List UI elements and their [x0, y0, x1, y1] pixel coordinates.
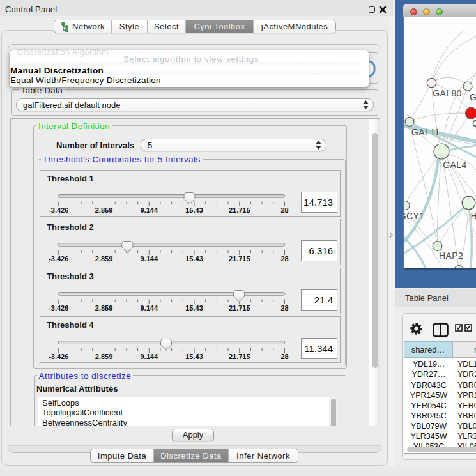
svg-text:2.859: 2.859 — [95, 206, 113, 214]
svg-text:9.144: 9.144 — [140, 304, 158, 312]
svg-text:15.43: 15.43 — [185, 353, 203, 360]
svg-text:-3.426: -3.426 — [49, 255, 68, 263]
svg-text:28: 28 — [280, 206, 288, 214]
svg-text:15.43: 15.43 — [185, 304, 203, 312]
svg-text:21.715: 21.715 — [229, 304, 250, 312]
svg-text:21.715: 21.715 — [229, 353, 250, 360]
svg-text:9.144: 9.144 — [140, 353, 158, 360]
svg-text:HAP2: HAP2 — [439, 250, 463, 261]
svg-text:2.859: 2.859 — [95, 353, 113, 360]
svg-text:28: 28 — [280, 255, 288, 263]
svg-text:2.859: 2.859 — [95, 304, 113, 312]
svg-text:21.715: 21.715 — [229, 255, 250, 263]
svg-text:15.43: 15.43 — [185, 206, 203, 214]
svg-text:GA: GA — [470, 92, 476, 102]
svg-text:GAL80: GAL80 — [433, 88, 462, 98]
svg-text:15.43: 15.43 — [185, 255, 203, 263]
svg-text:HA: HA — [471, 211, 476, 221]
svg-text:9.144: 9.144 — [140, 255, 158, 263]
svg-text:9.144: 9.144 — [140, 206, 158, 214]
svg-text:CA: CA — [472, 118, 476, 128]
svg-text:GCY1: GCY1 — [404, 211, 424, 221]
svg-text:2.859: 2.859 — [95, 255, 113, 263]
svg-text:28: 28 — [280, 353, 288, 360]
svg-text:-3.426: -3.426 — [49, 206, 68, 214]
svg-text:GAL11: GAL11 — [411, 127, 440, 137]
svg-text:-3.426: -3.426 — [49, 304, 68, 312]
svg-text:GAL4: GAL4 — [443, 160, 466, 170]
svg-text:21.715: 21.715 — [229, 206, 250, 214]
svg-text:-3.426: -3.426 — [49, 353, 68, 360]
svg-text:28: 28 — [280, 304, 288, 312]
